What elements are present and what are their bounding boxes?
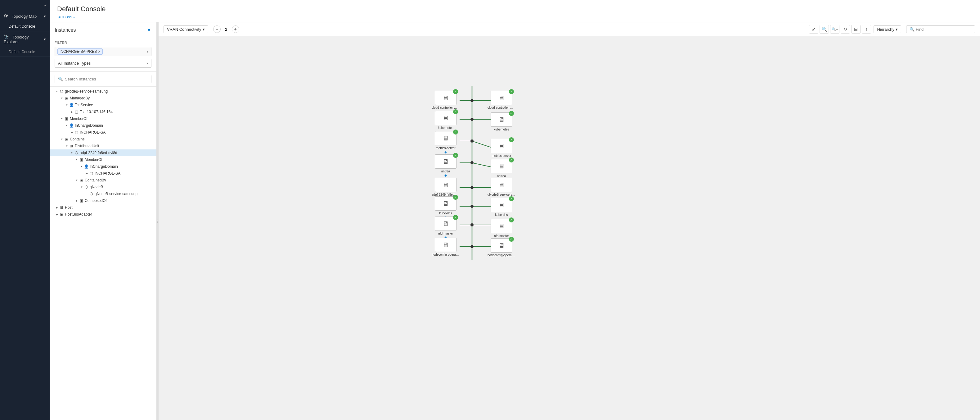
tree-item-memberof[interactable]: ▾▣MemberOf [50,115,156,122]
hierarchy-dropdown[interactable]: Hierarchy ▾ [873,26,901,33]
sidebar-section-header-topology-explorer[interactable]: 🔭 Topology Explorer ▾ [0,31,50,47]
actions-label: ACTIONS [58,16,72,19]
instance-type-dropdown[interactable]: All Instance Types ▾ [55,59,151,68]
tree-item-composedof[interactable]: ▶▣ComposedOf [50,197,156,204]
node-box-metrics-server-1: 🖥✓ [435,131,457,145]
zoom-out-button[interactable]: − [213,26,221,33]
node-card-metrics-server-1[interactable]: 🖥✓metrics-server+ [432,131,460,155]
sidebar: « 🗺 Topology Map ▾ Default Console 🔭 Top… [0,0,50,420]
find-input[interactable] [916,27,972,32]
tree-item-tcaservice[interactable]: ▾👤TcaService [50,102,156,109]
node-label-kube-dns-1: kube-dns [439,212,452,215]
search-input-wrap: 🔍 [55,75,151,83]
tree-item-managedby[interactable]: ▾▣ManagedBy [50,95,156,102]
node-card-nodeconfig-op-2[interactable]: 🖥✓nodeconfig-operator-... [487,238,515,257]
tree-item-gnodeb-samsung-2[interactable]: ⬡gNodeB-service-samsung [50,190,156,197]
tree-container: ▾⬡gNodeB-service-samsung▾▣ManagedBy▾👤Tca… [50,87,156,420]
node-check-cloud-controller-2: ✓ [509,89,514,94]
tree-icon-memberof-2: ▣ [79,158,84,162]
topology-view-dropdown[interactable]: VRAN Connectivity ▾ [164,26,208,33]
zoom-in-icon-button[interactable]: 🔍 [819,25,829,34]
tree-icon-containedby: ▣ [79,178,84,182]
tree-label-gnodeb-samsung-2: gNodeB-service-samsung [95,192,156,196]
tree-icon-composedof: ▣ [79,198,84,203]
tree-item-adpf-item[interactable]: ▾⬡adpf-2249-fa8ed-dvi8d [50,149,156,156]
tree-item-containedby[interactable]: ▾▣ContainedBy [50,177,156,184]
tree-item-gnodeb-samsung[interactable]: ▾⬡gNodeB-service-samsung [50,88,156,95]
node-card-antrea-1[interactable]: 🖥✓antrea+ [432,154,460,178]
tree-label-adpf-item: adpf-2249-fa8ed-dvi8d [80,151,156,155]
tree-label-contains: Contains [70,137,156,141]
tree-icon-inchargedomain: 👤 [69,123,74,128]
tree-label-tcaservice: TcaService [75,103,156,107]
instance-type-label: All Instance Types [58,61,91,65]
tree-item-hostbusadapter[interactable]: ▶▣HostBusAdapter [50,211,156,218]
tree-item-gNodeB[interactable]: ▾⬡gNodeB [50,184,156,190]
tree-item-inchargedomain-2[interactable]: ▾👤InChargeDomain [50,163,156,170]
tree-arrow-composedof: ▶ [75,199,79,202]
tree-item-tca-ip[interactable]: ▶▢Tca-10.107.146.164 [50,109,156,115]
tree-arrow-inchargedomain: ▾ [65,124,69,127]
node-card-nodeconfig-op-1[interactable]: 🖥nodeconfig-operator-... [432,238,460,256]
tree-arrow-gNodeB: ▾ [80,185,84,188]
toolbar-icons: ⤢ 🔍 🔍− ↻ ⊟ ↑ [809,25,871,34]
tree-icon-adpf-item: ⬡ [74,151,79,155]
tree-item-incharge-sa[interactable]: ▶▢INCHARGE-SA [50,129,156,136]
node-box-adpf-node: 🖥 [435,178,457,192]
node-card-kubernetes-2[interactable]: 🖥✓kubernetes [487,112,515,131]
filter-tag[interactable]: INCHARGE-SA-PRES × [57,48,103,55]
node-label-nfd-master-1: nfd-master [438,232,453,235]
tree-item-host[interactable]: ▶🖥Host [50,204,156,211]
node-card-kubernetes-1[interactable]: 🖥✓kubernetes [432,111,460,129]
zoom-fit-button[interactable]: ⤢ [809,25,818,34]
tree-item-inchargedomain[interactable]: ▾👤InChargeDomain [50,122,156,129]
node-server-icon-nfd-master-1: 🖥 [442,220,449,227]
node-plus-antrea-1[interactable]: + [444,173,447,178]
topology-canvas[interactable]: 🖥✓cloud-controller-man...🖥✓cloud-control… [159,36,980,420]
node-card-nfd-master-1[interactable]: 🖥✓nfd-master+ [432,217,460,240]
zoom-out-icon-button[interactable]: 🔍− [830,25,839,34]
node-box-metrics-server-2: 🖥✓ [491,139,512,153]
node-check-kubernetes-2: ✓ [509,111,514,116]
node-box-kube-dns-2: 🖥✓ [491,198,512,212]
node-card-antrea-2[interactable]: 🖥✓antrea [487,159,515,178]
tree-icon-inchargedomain-2: 👤 [84,164,89,169]
filter-icon[interactable]: ▼ [146,27,151,33]
tree-arrow-gnodeb-samsung: ▾ [55,90,59,93]
sidebar-section-topology-explorer: 🔭 Topology Explorer ▾ Default Console [0,31,50,57]
sidebar-item-default-console-1[interactable]: Default Console [0,22,50,31]
export-button[interactable]: ↑ [862,25,871,34]
actions-button[interactable]: ACTIONS ▾ [57,16,972,19]
zoom-in-button[interactable]: + [232,26,239,33]
sidebar-section-header-topology-map[interactable]: 🗺 Topology Map ▾ [0,11,50,22]
tree-item-incharge-sa-2[interactable]: ▶▢INCHARGE-SA [50,170,156,177]
tree-icon-distributedunit: ⊞ [69,144,74,148]
hierarchy-chevron: ▾ [896,27,898,32]
node-card-cloud-controller-1[interactable]: 🖥✓cloud-controller-man... [432,91,460,109]
node-card-cloud-controller-2[interactable]: 🖥✓cloud-controller-man... [487,91,515,109]
tree-icon-contains: ▣ [64,137,69,141]
tree-arrow-hostbusadapter: ▶ [55,213,59,216]
node-card-metrics-server-2[interactable]: 🖥✓metrics-server [487,139,515,158]
node-card-gnodeb-node[interactable]: 🖥gNodeB-service-samsu... [487,178,515,196]
node-box-nfd-master-1: 🖥✓ [435,217,457,231]
node-label-metrics-server-2: metrics-server [492,154,511,158]
tree-item-contains[interactable]: ▾▣Contains [50,136,156,142]
node-plus-metrics-server-1[interactable]: + [444,150,447,155]
node-card-kube-dns-2[interactable]: 🖥✓kube-dns [487,198,515,217]
node-server-icon-kubernetes-2: 🖥 [498,116,504,123]
collapse-button[interactable]: « [0,0,50,11]
sidebar-item-default-console-2[interactable]: Default Console [0,47,50,56]
node-card-nfd-master-2[interactable]: 🖥✓nfd-master [487,219,515,238]
node-label-kube-dns-2: kube-dns [495,213,508,217]
filter-tag-remove[interactable]: × [98,50,100,54]
tree-item-memberof-2[interactable]: ▾▣MemberOf [50,156,156,163]
tree-item-distributedunit[interactable]: ▾⊞DistributedUnit [50,142,156,149]
node-card-adpf-node[interactable]: 🖥adpf-2249-fa8ed-dvi8... [432,178,460,196]
layout-button[interactable]: ⊟ [851,25,861,34]
search-instances-input[interactable] [65,77,148,81]
tree-label-gnodeb-samsung: gNodeB-service-samsung [65,89,156,94]
left-panel: Instances ▼ Filter INCHARGE-SA-PRES × ▾ … [50,22,157,420]
refresh-button[interactable]: ↻ [841,25,850,34]
tree-icon-memberof: ▣ [64,117,69,121]
